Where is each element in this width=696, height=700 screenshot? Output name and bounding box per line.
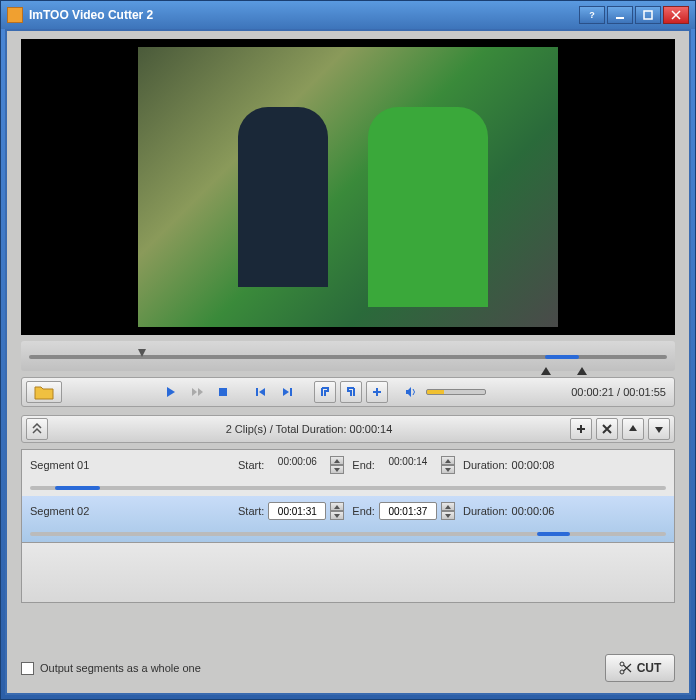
stop-button[interactable] <box>212 381 234 403</box>
timeline-selection <box>545 355 579 359</box>
maximize-button[interactable] <box>635 6 661 24</box>
scissors-icon <box>619 661 633 675</box>
start-time-value: 00:00:06 <box>268 456 326 474</box>
svg-rect-2 <box>644 11 652 19</box>
playback-controls: 00:00:21 / 00:01:55 <box>21 377 675 407</box>
end-label: End: <box>352 505 375 517</box>
play-slow-button[interactable] <box>186 381 208 403</box>
help-button[interactable]: ? <box>579 6 605 24</box>
duration-value: 00:00:08 <box>512 459 555 471</box>
content-area: 00:00:21 / 00:01:55 2 Clip(s) / Total Du… <box>5 29 691 695</box>
close-button[interactable] <box>663 6 689 24</box>
footer: Output segments as a whole one CUT <box>21 653 675 683</box>
segment-fill <box>55 486 101 490</box>
time-spinner[interactable] <box>330 456 344 474</box>
segment-list-empty <box>21 543 675 603</box>
clip-summary: 2 Clip(s) / Total Duration: 00:00:14 <box>52 423 566 435</box>
duration-label: Duration: <box>463 505 508 517</box>
end-time-input[interactable] <box>379 502 437 520</box>
window-title: ImTOO Video Cutter 2 <box>29 8 577 22</box>
segment-fill <box>537 532 570 536</box>
time-spinner[interactable] <box>441 456 455 474</box>
duration-value: 00:00:06 <box>512 505 555 517</box>
end-label: End: <box>352 459 375 471</box>
segment-track <box>30 532 666 536</box>
cut-button[interactable]: CUT <box>605 654 675 682</box>
segment-list: Segment 01 Start:00:00:06 End:00:00:14 D… <box>21 449 675 543</box>
time-display: 00:00:21 / 00:01:55 <box>571 386 670 398</box>
start-label: Start: <box>238 505 264 517</box>
add-segment-button[interactable] <box>570 418 592 440</box>
segment-name: Segment 01 <box>30 459 230 471</box>
clip-list-header: 2 Clip(s) / Total Duration: 00:00:14 <box>21 415 675 443</box>
out-handle[interactable] <box>577 361 587 369</box>
end-time-value: 00:00:14 <box>379 456 437 474</box>
svg-rect-3 <box>219 388 227 396</box>
time-spinner[interactable] <box>330 502 344 520</box>
segment-row[interactable]: Segment 01 Start:00:00:06 End:00:00:14 D… <box>22 450 674 496</box>
collapse-button[interactable] <box>26 418 48 440</box>
volume-button[interactable] <box>400 381 422 403</box>
set-start-button[interactable] <box>314 381 336 403</box>
timeline[interactable] <box>21 341 675 371</box>
time-spinner[interactable] <box>441 502 455 520</box>
video-frame <box>138 47 558 327</box>
move-down-button[interactable] <box>648 418 670 440</box>
duration-label: Duration: <box>463 459 508 471</box>
svg-rect-1 <box>616 17 624 19</box>
minimize-button[interactable] <box>607 6 633 24</box>
prev-frame-button[interactable] <box>250 381 272 403</box>
video-preview <box>21 39 675 335</box>
play-button[interactable] <box>160 381 182 403</box>
set-end-button[interactable] <box>340 381 362 403</box>
svg-rect-5 <box>290 388 292 396</box>
delete-segment-button[interactable] <box>596 418 618 440</box>
segment-name: Segment 02 <box>30 505 230 517</box>
move-up-button[interactable] <box>622 418 644 440</box>
segment-track <box>30 486 666 490</box>
output-whole-checkbox[interactable] <box>21 662 34 675</box>
title-bar: ImTOO Video Cutter 2 ? <box>1 1 695 29</box>
app-window: ImTOO Video Cutter 2 ? <box>0 0 696 700</box>
app-icon <box>7 7 23 23</box>
in-handle[interactable] <box>541 361 551 369</box>
svg-rect-4 <box>256 388 258 396</box>
segment-row[interactable]: Segment 02 Start: End: Duration: 00:00:0… <box>22 496 674 542</box>
svg-text:?: ? <box>589 10 595 20</box>
next-frame-button[interactable] <box>276 381 298 403</box>
volume-slider[interactable] <box>426 389 486 395</box>
open-file-button[interactable] <box>26 381 62 403</box>
output-whole-label: Output segments as a whole one <box>40 662 201 674</box>
add-cut-button[interactable] <box>366 381 388 403</box>
start-label: Start: <box>238 459 264 471</box>
start-time-input[interactable] <box>268 502 326 520</box>
segment1-marker <box>138 343 146 351</box>
